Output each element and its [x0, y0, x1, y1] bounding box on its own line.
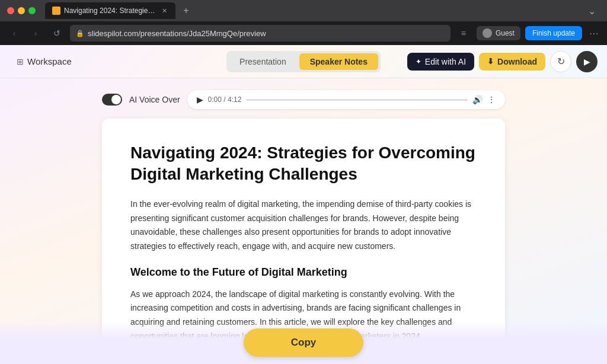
tab-presentation[interactable]: Presentation	[229, 53, 297, 70]
download-label: Download	[497, 57, 537, 66]
document-card: Navigating 2024: Strategies for Overcomi…	[102, 119, 505, 352]
tab-favicon-icon	[52, 7, 60, 15]
profile-label: Guest	[496, 29, 515, 37]
tab-bar: Navigating 2024: Strategies f... ✕ +	[45, 2, 579, 19]
title-bar: Navigating 2024: Strategies f... ✕ + ⌄	[0, 0, 607, 21]
voice-over-bar: AI Voice Over ▶ 0:00 / 4:12 🔊 ⋮	[102, 90, 505, 109]
download-button[interactable]: ⬇ Download	[479, 53, 545, 71]
download-icon: ⬇	[487, 57, 494, 66]
edit-ai-label: Edit with AI	[425, 57, 466, 66]
workspace-button[interactable]: ⊞ Workspace	[9, 53, 79, 70]
audio-player: ▶ 0:00 / 4:12 🔊 ⋮	[187, 90, 505, 109]
address-bar: ‹ › ↺ 🔒 slidespilot.com/presentations/Jd…	[0, 21, 607, 45]
content-area: AI Voice Over ▶ 0:00 / 4:12 🔊 ⋮ Navigati…	[0, 78, 607, 364]
copy-bar: Copy	[0, 321, 607, 364]
app-bar: ⊞ Workspace Presentation Speaker Notes ✦…	[0, 45, 607, 78]
doc-paragraph-1: In the ever-evolving realm of digital ma…	[130, 197, 477, 254]
back-button[interactable]: ‹	[6, 25, 23, 41]
audio-more-button[interactable]: ⋮	[487, 95, 496, 104]
maximize-window-button[interactable]	[28, 7, 36, 14]
close-window-button[interactable]	[7, 7, 14, 14]
traffic-lights	[7, 7, 36, 14]
right-actions: ✦ Edit with AI ⬇ Download ↻ ▶	[407, 51, 598, 72]
reload-button[interactable]: ↺	[49, 25, 65, 41]
extensions-button[interactable]: ⌄	[583, 2, 600, 19]
doc-heading-1: Welcome to the Future of Digital Marketi…	[130, 263, 477, 282]
refresh-icon: ↻	[557, 56, 565, 67]
audio-play-button[interactable]: ▶	[197, 95, 203, 104]
audio-time-display: 0:00 / 4:12	[208, 95, 242, 104]
tab-title: Navigating 2024: Strategies f...	[64, 7, 157, 15]
ai-star-icon: ✦	[416, 58, 421, 66]
audio-progress-bar[interactable]	[246, 99, 468, 101]
url-bar[interactable]: 🔒 slidespilot.com/presentations/Jda25Mmg…	[70, 25, 451, 41]
ai-voice-over-toggle[interactable]	[102, 94, 122, 106]
tab-close-button[interactable]: ✕	[161, 7, 168, 15]
profile-avatar	[483, 28, 492, 38]
more-options-button[interactable]: ⋯	[587, 25, 601, 41]
profile-button[interactable]: Guest	[477, 26, 520, 40]
edit-with-ai-button[interactable]: ✦ Edit with AI	[407, 53, 474, 71]
view-tabs: Presentation Speaker Notes	[226, 51, 381, 72]
minimize-window-button[interactable]	[18, 7, 25, 14]
chevron-down-icon: ⌄	[588, 5, 596, 17]
voice-over-label: AI Voice Over	[129, 95, 180, 104]
volume-button[interactable]: 🔊	[472, 95, 483, 104]
lock-icon: 🔒	[76, 30, 84, 37]
workspace-label: Workspace	[27, 56, 72, 66]
play-button[interactable]: ▶	[576, 51, 598, 72]
active-tab[interactable]: Navigating 2024: Strategies f... ✕	[45, 2, 175, 19]
url-text: slidespilot.com/presentations/Jda25MmgQe…	[88, 29, 266, 38]
reader-mode-button[interactable]: ≡	[455, 25, 472, 41]
copy-button[interactable]: Copy	[244, 328, 364, 357]
play-icon: ▶	[584, 57, 590, 66]
tab-speaker-notes[interactable]: Speaker Notes	[299, 53, 378, 70]
forward-button[interactable]: ›	[27, 25, 44, 41]
browser-chrome: Navigating 2024: Strategies f... ✕ + ⌄ ‹…	[0, 0, 607, 45]
new-tab-button[interactable]: +	[178, 2, 194, 19]
document-title: Navigating 2024: Strategies for Overcomi…	[130, 142, 477, 186]
refresh-button[interactable]: ↻	[550, 51, 571, 72]
finish-update-button[interactable]: Finish update	[525, 26, 582, 40]
grid-icon: ⊞	[17, 57, 24, 66]
